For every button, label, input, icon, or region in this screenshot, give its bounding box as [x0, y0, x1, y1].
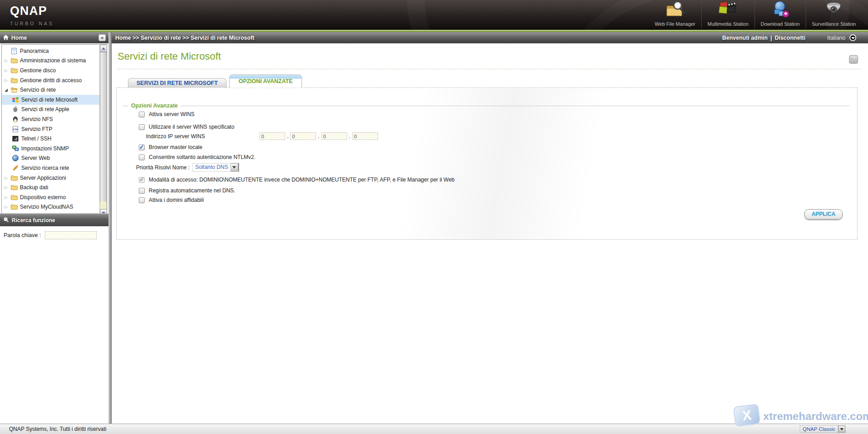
- tree-collapsed-icon[interactable]: [5, 195, 10, 200]
- sidebar-item-servizio-mycloudnas[interactable]: Servizio MyCloudNAS: [2, 202, 99, 212]
- utilizzare-server-wins-checkbox[interactable]: [139, 124, 145, 130]
- fieldset-border: [123, 106, 849, 106]
- page-title: Servizi di rete Microsoft: [118, 51, 221, 62]
- theme-dropdown-icon[interactable]: [838, 425, 845, 433]
- sidebar-item-servizio-nfs[interactable]: Servizio NFS: [2, 114, 99, 124]
- svg-text:FTP: FTP: [13, 127, 18, 131]
- breadcrumb[interactable]: Home >> Servizio di rete >> Servizi di r…: [115, 35, 255, 41]
- sidebar-item-backup-dati[interactable]: Backup dati: [2, 182, 99, 192]
- access-mode-checkbox[interactable]: [139, 177, 145, 183]
- sidebar-item-servizi-di-rete-apple[interactable]: Servizi di rete Apple: [2, 105, 99, 115]
- sidebar-item-dispositivo-esterno[interactable]: Dispositivo esterno: [2, 192, 99, 202]
- sidebar-title: Home: [11, 35, 27, 41]
- tab-opzioni-avanzate[interactable]: OPZIONI AVANZATE: [229, 75, 302, 88]
- ftp-icon: FTP: [12, 126, 19, 133]
- wins-ip-octet-1[interactable]: [259, 132, 285, 140]
- attiva-server-wins-checkbox[interactable]: [139, 112, 145, 117]
- tree-collapsed-icon[interactable]: [5, 78, 10, 83]
- navigation-tree: Panoramica Amministrazione di sistema Ge…: [2, 46, 99, 217]
- tree-collapsed-icon[interactable]: [5, 58, 10, 63]
- option-row: Registra automaticamente nel DNS.: [139, 187, 235, 194]
- sidebar-item-telnet-ssh[interactable]: Telnet / SSH: [2, 134, 99, 144]
- web-file-manager-icon: [665, 0, 685, 20]
- tree-collapsed-icon[interactable]: [5, 185, 10, 190]
- surveillance-station-shortcut[interactable]: Surveillance Station: [806, 1, 862, 28]
- help-button[interactable]: ?: [849, 55, 858, 64]
- station-label: Surveillance Station: [812, 21, 856, 27]
- station-shortcuts: Web File Manager Multimedia Station: [649, 1, 862, 28]
- select-dropdown-icon[interactable]: [231, 163, 238, 172]
- function-search-title: Ricerca funzione: [12, 217, 55, 224]
- fieldset-legend: Opzioni Avanzate: [128, 103, 180, 109]
- tree-collapsed-icon[interactable]: [5, 176, 10, 180]
- sidebar-item-servizio-ftp[interactable]: FTP Servizio FTP: [2, 124, 99, 134]
- folder-icon: [10, 184, 18, 191]
- scroll-up-button[interactable]: [100, 45, 107, 52]
- apple-icon: [12, 106, 19, 113]
- option-row: Consentire soltanto autenticazione NTLMv…: [139, 154, 255, 160]
- folder-icon: [10, 194, 18, 201]
- priority-label: Priorità Risolvi Nome :: [136, 164, 190, 171]
- ntlmv2-only-checkbox[interactable]: [139, 154, 145, 160]
- session-info: Benvenuti admin | Disconnetti: [722, 35, 805, 41]
- sidebar-item-servizi-di-rete-microsoft[interactable]: Servizi di rete Microsoft: [2, 95, 99, 105]
- trusted-domains-checkbox[interactable]: [139, 197, 145, 203]
- sidebar-item-gestione-diritti-di-accesso[interactable]: Gestione diritti di accesso: [2, 75, 99, 85]
- terminal-icon: [12, 135, 19, 142]
- tab-servizi-di-rete-microsoft[interactable]: SERVIZI DI RETE MICROSOFT: [128, 78, 226, 88]
- sidebar-item-server-web[interactable]: Server Web: [2, 154, 99, 163]
- wins-ip-octet-3[interactable]: [321, 132, 347, 140]
- sidebar-item-panoramica[interactable]: Panoramica: [2, 46, 99, 56]
- scrollbar-thumb[interactable]: [100, 52, 107, 202]
- globe-icon: [12, 154, 19, 162]
- sidebar-item-amministrazione-di-sistema[interactable]: Amministrazione di sistema: [2, 56, 99, 66]
- apply-button[interactable]: APPLICA: [804, 209, 843, 219]
- copyright-text: QNAP Systems, Inc. Tutti i diritti riser…: [9, 426, 106, 432]
- folder-icon: [10, 77, 18, 84]
- tree-expanded-icon[interactable]: [5, 88, 10, 92]
- language-dropdown-icon[interactable]: [849, 34, 856, 41]
- tree-collapsed-icon[interactable]: [5, 205, 10, 209]
- advanced-options-panel: Opzioni Avanzate Attiva server WINS Util…: [116, 87, 858, 240]
- navigation-tree-panel: Panoramica Amministrazione di sistema Ge…: [1, 44, 107, 217]
- wins-ip-octet-2[interactable]: [290, 132, 316, 140]
- sidebar-item-servizio-ricerca-rete[interactable]: Servizio ricerca rete: [2, 163, 99, 173]
- sidebar-item-server-applicazioni[interactable]: Server Applicazioni: [2, 173, 99, 183]
- theme-selected-value: QNAP Classic: [800, 425, 838, 433]
- station-label: Download Station: [761, 21, 800, 27]
- sidebar-item-impostazioni-snmp[interactable]: Impostazioni SNMP: [2, 144, 99, 154]
- separator: |: [770, 35, 772, 41]
- language-selector[interactable]: Italiano: [827, 34, 856, 41]
- download-station-shortcut[interactable]: Download Station: [755, 1, 806, 28]
- sidebar-item-gestione-disco[interactable]: Gestione disco: [2, 65, 99, 75]
- sidebar-header: Home «: [0, 32, 108, 43]
- wins-ip-octet-4[interactable]: [352, 132, 378, 140]
- sidebar-item-servizio-di-rete[interactable]: Servizio di rete: [2, 85, 99, 95]
- multimedia-station-icon: [717, 0, 738, 20]
- home-icon: [3, 34, 9, 42]
- surveillance-station-icon: [823, 0, 844, 20]
- collapse-sidebar-button[interactable]: «: [99, 34, 106, 41]
- tree-scrollbar[interactable]: [99, 45, 107, 216]
- priority-select[interactable]: Soltanto DNS: [193, 163, 239, 172]
- web-file-manager-shortcut[interactable]: Web File Manager: [649, 1, 701, 28]
- main-region: Home >> Servizio di rete >> Servizi di r…: [112, 32, 868, 424]
- folder-icon: [10, 67, 18, 74]
- register-dns-checkbox[interactable]: [139, 188, 145, 194]
- theme-selector[interactable]: QNAP Classic: [800, 425, 845, 433]
- wins-ip-row: Indirizzo IP server WINS . . .: [146, 132, 379, 140]
- multimedia-station-shortcut[interactable]: Multimedia Station: [701, 1, 755, 28]
- priority-selected-value: Soltanto DNS: [193, 163, 231, 172]
- folder-open-icon: [10, 86, 18, 93]
- scroll-up-icon: [102, 47, 105, 50]
- function-search-body: Parola chiave :: [0, 226, 108, 244]
- qnap-logo: QNAP TURBO NAS: [10, 4, 54, 26]
- tab-strip: SERVIZI DI RETE MICROSOFT OPZIONI AVANZA…: [128, 75, 302, 88]
- scrollbar-track[interactable]: [100, 201, 106, 209]
- keyword-input[interactable]: [45, 231, 97, 239]
- browser-master-locale-checkbox[interactable]: [139, 145, 145, 150]
- tree-collapsed-icon[interactable]: [5, 68, 10, 73]
- breadcrumb-bar: Home >> Servizio di rete >> Servizi di r…: [112, 32, 868, 43]
- keyword-label: Parola chiave :: [4, 232, 41, 238]
- logout-link[interactable]: Disconnetti: [775, 35, 806, 41]
